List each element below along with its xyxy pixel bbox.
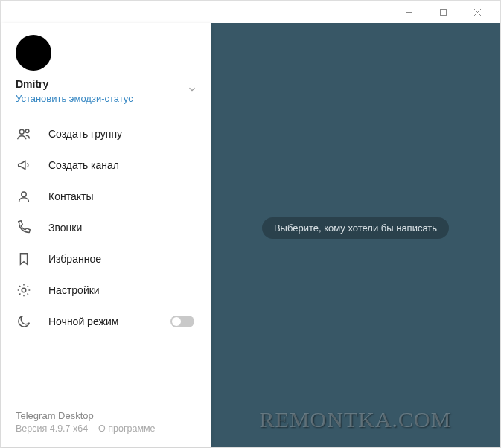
empty-state-text: Выберите, кому хотели бы написать xyxy=(262,217,449,239)
minimize-button[interactable] xyxy=(392,1,426,23)
version-line: Версия 4.9.7 x64 – О программе xyxy=(16,423,196,434)
app-window: Dmitry Установить эмодзи-статус Создать … xyxy=(0,0,501,448)
menu-label: Ночной режим xyxy=(48,316,118,327)
separator: – xyxy=(88,423,98,434)
moon-icon xyxy=(16,313,32,330)
menu-calls[interactable]: Звонки xyxy=(1,212,211,243)
svg-point-6 xyxy=(22,192,26,196)
titlebar xyxy=(1,1,500,23)
profile-name: Dmitry xyxy=(16,78,196,90)
svg-point-7 xyxy=(22,288,26,292)
menu-settings[interactable]: Настройки xyxy=(1,275,211,306)
group-icon xyxy=(16,126,32,142)
bookmark-icon xyxy=(16,251,32,267)
close-button[interactable] xyxy=(460,1,494,23)
night-mode-toggle[interactable] xyxy=(170,316,194,327)
menu-label: Контакты xyxy=(48,191,93,202)
menu-saved[interactable]: Избранное xyxy=(1,243,211,275)
megaphone-icon xyxy=(16,157,32,173)
menu-contacts[interactable]: Контакты xyxy=(1,181,211,212)
menu-label: Создать канал xyxy=(48,159,119,171)
phone-icon xyxy=(16,220,32,236)
menu-create-channel[interactable]: Создать канал xyxy=(1,150,211,181)
menu-label: Избранное xyxy=(48,253,101,265)
menu-label: Звонки xyxy=(48,222,82,234)
menu: Создать группу Создать канал Контакты xyxy=(1,112,211,337)
svg-point-5 xyxy=(25,129,29,133)
set-emoji-status-link[interactable]: Установить эмодзи-статус xyxy=(16,93,196,104)
sidebar: Dmitry Установить эмодзи-статус Создать … xyxy=(1,23,211,447)
about-link[interactable]: О программе xyxy=(98,423,155,434)
chevron-down-icon[interactable] xyxy=(187,84,197,97)
menu-label: Создать группу xyxy=(48,128,122,140)
maximize-button[interactable] xyxy=(426,1,460,23)
gear-icon xyxy=(16,282,32,298)
menu-night-mode[interactable]: Ночной режим xyxy=(1,306,211,337)
user-icon xyxy=(16,188,32,205)
footer: Telegram Desktop Версия 4.9.7 x64 – О пр… xyxy=(1,400,211,447)
profile-section: Dmitry Установить эмодзи-статус xyxy=(1,23,211,112)
watermark: REMONTKA.COM xyxy=(260,407,452,432)
svg-rect-1 xyxy=(440,9,446,15)
menu-create-group[interactable]: Создать группу xyxy=(1,118,211,150)
toggle-knob xyxy=(172,317,181,326)
version-text: Версия 4.9.7 x64 xyxy=(16,423,88,434)
svg-point-4 xyxy=(19,129,24,134)
avatar[interactable] xyxy=(16,35,51,71)
app-name: Telegram Desktop xyxy=(16,410,196,421)
main-area: Выберите, кому хотели бы написать REMONT… xyxy=(211,23,500,447)
menu-label: Настройки xyxy=(48,284,100,296)
spacer xyxy=(1,337,211,400)
content: Dmitry Установить эмодзи-статус Создать … xyxy=(1,23,500,447)
